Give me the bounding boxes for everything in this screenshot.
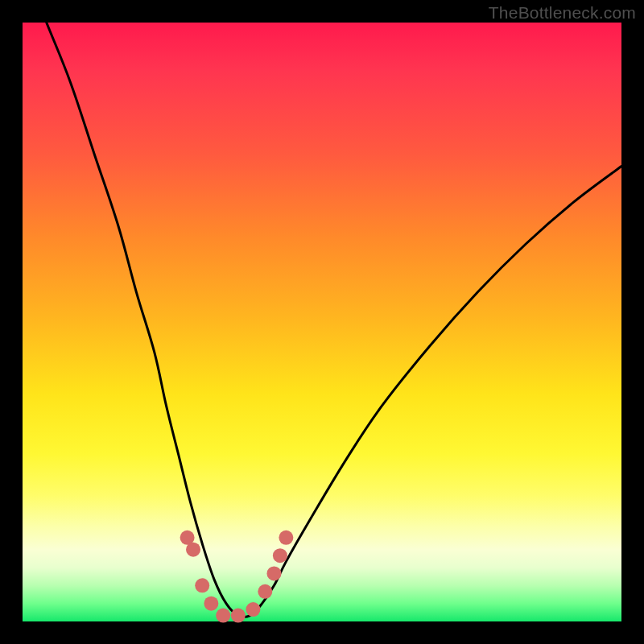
marker-dot — [204, 597, 218, 611]
marker-dot — [273, 548, 287, 563]
highlight-markers — [180, 530, 294, 623]
plot-area — [23, 23, 621, 621]
watermark-text: TheBottleneck.com — [489, 3, 636, 23]
chart-svg — [23, 23, 621, 621]
marker-dot — [186, 543, 200, 557]
marker-dot — [279, 530, 293, 545]
curve-path — [23, 0, 621, 617]
marker-dot — [216, 609, 230, 623]
marker-dot — [258, 584, 272, 599]
marker-dot — [195, 578, 209, 592]
marker-dot — [266, 566, 281, 580]
marker-dot — [231, 609, 246, 623]
chart-frame: TheBottleneck.com — [0, 0, 644, 644]
bottleneck-curve — [23, 0, 621, 617]
marker-dot — [246, 602, 260, 617]
